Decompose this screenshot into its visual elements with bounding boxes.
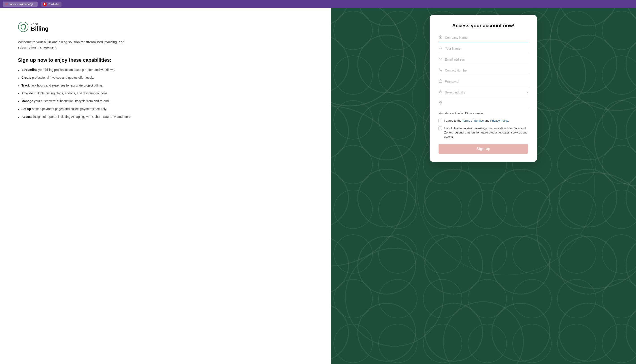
industry-select[interactable]: Select industry Technology Finance Retai… <box>445 90 524 95</box>
password-icon <box>438 79 442 84</box>
marketing-label: I would like to receive marketing commun… <box>444 126 528 139</box>
gmail-icon <box>5 2 8 6</box>
gmail-tab-label: Inbox - oyinlade@... <box>10 2 35 6</box>
svg-rect-15 <box>439 58 442 60</box>
svg-point-5 <box>537 172 636 288</box>
youtube-tab-label: YouTube <box>48 2 59 6</box>
svg-rect-16 <box>439 81 442 82</box>
email-icon <box>438 57 442 62</box>
tab-youtube[interactable]: YouTube <box>41 2 62 7</box>
feature-text: professional invoices and quotes effortl… <box>31 76 94 79</box>
svg-point-6 <box>346 248 444 346</box>
svg-point-3 <box>595 97 636 186</box>
svg-point-1 <box>331 8 403 106</box>
left-panel: Zoho Billing Welcome to your all-in-one … <box>0 8 331 364</box>
feature-text: your billing processes and set up automa… <box>38 68 115 72</box>
signup-button[interactable]: Sign up <box>438 144 528 154</box>
person-icon <box>438 46 442 51</box>
list-item: ● Access insightful reports, including A… <box>18 114 313 119</box>
list-item: ● Create professional invoices and quote… <box>18 75 313 80</box>
feature-bold: Create <box>22 76 31 79</box>
terms-of-service-link[interactable]: Terms of Service <box>462 119 484 122</box>
zoho-billing-logo-icon <box>18 22 28 32</box>
feature-text: insightful reports, including AR aging, … <box>32 115 132 118</box>
company-icon <box>438 35 442 40</box>
svg-point-18 <box>440 102 441 103</box>
tagline: Welcome to your all-in-one billing solut… <box>18 39 134 50</box>
industry-icon <box>438 90 442 94</box>
features-list: ● Streamline your billing processes and … <box>18 68 313 119</box>
tab-bar: Inbox - oyinlade@... YouTube <box>0 0 636 8</box>
feature-text: multiple pricing plans, addons, and disc… <box>33 92 108 95</box>
svg-point-2 <box>550 8 636 110</box>
feature-bold: Streamline <box>22 68 38 72</box>
company-name-group <box>438 35 528 42</box>
location-group <box>438 100 528 108</box>
feature-bold: Provide <box>22 92 33 95</box>
list-item: ● Manage your customers' subscription li… <box>18 99 313 104</box>
tab-gmail[interactable]: Inbox - oyinlade@... <box>3 2 38 7</box>
logo-area: Zoho Billing <box>18 22 313 32</box>
email-group <box>438 57 528 64</box>
chevron-down-icon: ▾ <box>527 91 528 94</box>
right-panel: Access your account now! <box>331 8 636 364</box>
terms-checkbox[interactable] <box>438 119 442 122</box>
feature-bold: Track <box>22 84 30 87</box>
svg-point-0 <box>18 22 28 32</box>
password-input[interactable] <box>445 79 528 84</box>
list-item: ● Track task hours and expenses for accu… <box>18 83 313 88</box>
feature-bold: Manage <box>22 99 33 103</box>
feature-bold: Access <box>22 115 32 118</box>
svg-point-14 <box>440 47 441 48</box>
feature-bold: Set up <box>22 107 31 111</box>
feature-text: hosted payment pages and collect payment… <box>31 107 107 111</box>
marketing-checkbox[interactable] <box>438 126 442 130</box>
list-item: ● Set up hosted payment pages and collec… <box>18 107 313 111</box>
signup-card: Access your account now! <box>430 15 537 162</box>
phone-icon <box>438 68 442 73</box>
svg-point-4 <box>331 106 408 266</box>
password-group <box>438 79 528 86</box>
contact-number-group <box>438 68 528 75</box>
company-name-input[interactable] <box>445 35 528 40</box>
terms-checkbox-group: I agree to the Terms of Service and Priv… <box>438 118 528 123</box>
industry-group: Select industry Technology Finance Retai… <box>438 90 528 97</box>
terms-label: I agree to the Terms of Service and Priv… <box>444 118 509 123</box>
feature-text: task hours and expenses for accurate pro… <box>30 84 103 87</box>
svg-point-7 <box>443 302 523 364</box>
your-name-group <box>438 46 528 53</box>
location-icon <box>438 101 442 106</box>
list-item: ● Provide multiple pricing plans, addons… <box>18 91 313 96</box>
features-heading: Sign up now to enjoy these capabilities: <box>18 57 313 63</box>
location-input[interactable] <box>445 100 528 106</box>
list-item: ● Streamline your billing processes and … <box>18 68 313 72</box>
contact-number-input[interactable] <box>445 68 528 73</box>
feature-text: your customers' subscription lifecycle f… <box>33 99 110 103</box>
marketing-checkbox-group: I would like to receive marketing commun… <box>438 126 528 139</box>
card-title: Access your account now! <box>438 23 528 28</box>
logo-billing-label: Billing <box>31 26 48 32</box>
youtube-icon <box>44 2 46 6</box>
your-name-input[interactable] <box>445 46 528 51</box>
privacy-policy-link[interactable]: Privacy Policy <box>490 119 508 122</box>
main-layout: Zoho Billing Welcome to your all-in-one … <box>0 8 636 364</box>
logo-text: Zoho Billing <box>31 22 48 32</box>
data-center-note: Your data will be in US data center. <box>438 112 528 115</box>
email-input[interactable] <box>445 57 528 62</box>
